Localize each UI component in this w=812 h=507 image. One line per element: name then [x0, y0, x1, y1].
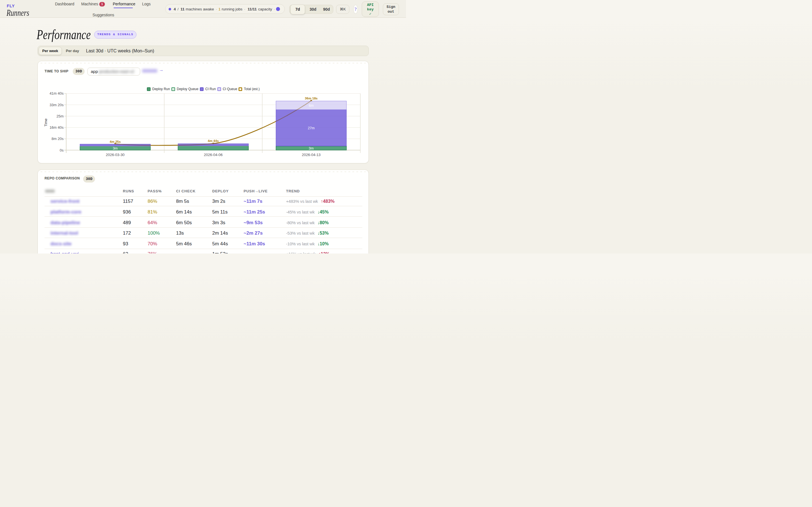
svg-text:3m: 3m — [113, 147, 117, 151]
svg-text:27m: 27m — [308, 126, 315, 130]
svg-text:2026-04-06: 2026-04-06 — [204, 153, 223, 157]
svg-text:Time: Time — [44, 119, 48, 126]
svg-text:0s: 0s — [60, 148, 64, 152]
svg-text:6m: 6m — [309, 104, 313, 108]
svg-text:2026-03-30: 2026-03-30 — [106, 153, 124, 157]
svg-text:4m 25s: 4m 25s — [110, 140, 121, 144]
svg-text:2026-04-13: 2026-04-13 — [302, 153, 321, 157]
svg-text:3m: 3m — [309, 147, 313, 151]
svg-text:41m 40s: 41m 40s — [50, 91, 64, 96]
svg-text:8m 20s: 8m 20s — [52, 136, 64, 141]
svg-text:36m 18s: 36m 18s — [305, 97, 317, 100]
svg-text:4m 44s: 4m 44s — [208, 139, 219, 143]
svg-text:16m 40s: 16m 40s — [50, 125, 64, 129]
svg-text:33m 20s: 33m 20s — [50, 103, 64, 107]
svg-text:25m: 25m — [56, 114, 63, 118]
